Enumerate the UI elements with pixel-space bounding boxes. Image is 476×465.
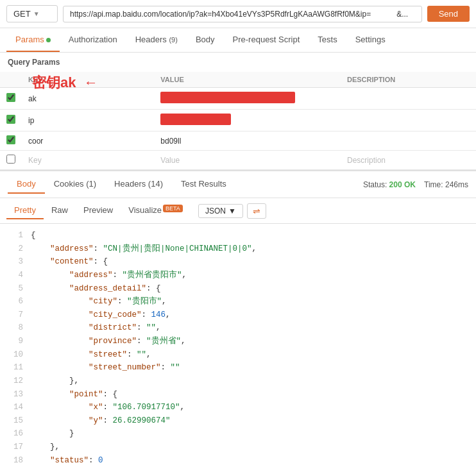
- json-line-18: 18 "status": 0: [10, 454, 466, 465]
- tab-prerequest[interactable]: Pre-request Script: [224, 28, 309, 52]
- json-response-area: 1 { 2 "address": "CN|贵州|贵阳|None|CHINANET…: [0, 224, 476, 465]
- param-row-coor: coor bd09ll: [0, 131, 476, 151]
- url-input[interactable]: [63, 6, 422, 22]
- value-placeholder[interactable]: Value: [154, 151, 341, 170]
- tab-params[interactable]: Params: [6, 28, 60, 52]
- value-ak[interactable]: [154, 88, 341, 110]
- wrap-button[interactable]: ⇌: [247, 203, 266, 219]
- query-params-title: Query Params: [0, 53, 476, 72]
- format-select[interactable]: JSON ▼: [198, 204, 243, 218]
- beta-badge: BETA: [163, 205, 183, 212]
- json-line-11: 11 "street_number": "": [10, 361, 466, 375]
- col-value: VALUE: [154, 72, 341, 88]
- desc-placeholder[interactable]: Description: [341, 151, 476, 170]
- rtab-testresults[interactable]: Test Results: [172, 175, 235, 194]
- col-key: KEY: [22, 72, 154, 88]
- json-line-16: 16 }: [10, 427, 466, 441]
- key-placeholder[interactable]: Key: [22, 151, 154, 170]
- method-arrow-icon: ▼: [33, 10, 40, 17]
- ak-redbar: [160, 92, 295, 103]
- json-line-2: 2 "address": "CN|贵州|贵阳|None|CHINANET|0|0…: [10, 242, 466, 256]
- rtab-cookies[interactable]: Cookies (1): [45, 175, 105, 194]
- desc-coor[interactable]: [341, 131, 476, 151]
- json-line-1: 1 {: [10, 229, 466, 242]
- view-tab-raw[interactable]: Raw: [44, 202, 76, 219]
- json-line-4: 4 "address": "贵州省贵阳市",: [10, 269, 466, 282]
- checkbox-placeholder[interactable]: [0, 151, 22, 170]
- params-table: KEY VALUE DESCRIPTION ak ip: [0, 72, 476, 170]
- send-button[interactable]: Send: [427, 6, 470, 22]
- json-line-17: 17 },: [10, 441, 466, 454]
- json-line-6: 6 "city": "贵阳市",: [10, 295, 466, 309]
- param-row-placeholder: Key Value Description: [0, 151, 476, 170]
- json-line-5: 5 "address_detail": {: [10, 282, 466, 296]
- view-tab-pretty[interactable]: Pretty: [6, 202, 44, 219]
- key-ak[interactable]: ak: [22, 88, 154, 110]
- method-label: GET: [13, 9, 31, 19]
- tab-body[interactable]: Body: [187, 28, 224, 52]
- ip-redbar: [160, 114, 231, 125]
- json-line-8: 8 "district": "",: [10, 321, 466, 335]
- tab-tests[interactable]: Tests: [309, 28, 346, 52]
- col-checkbox: [0, 72, 22, 88]
- tab-authorization[interactable]: Authorization: [60, 28, 126, 52]
- url-bar: GET ▼ Send: [0, 0, 476, 28]
- json-line-7: 7 "city_code": 146,: [10, 309, 466, 322]
- key-ip[interactable]: ip: [22, 110, 154, 131]
- json-line-14: 14 "x": "106.70917710",: [10, 401, 466, 414]
- checkbox-ak[interactable]: [0, 88, 22, 110]
- col-description: DESCRIPTION: [341, 72, 476, 88]
- json-line-10: 10 "street": "",: [10, 348, 466, 362]
- response-meta: Status: 200 OK Time: 246ms: [363, 180, 468, 189]
- request-tabs-bar: Params Authorization Headers (9) Body Pr…: [0, 28, 476, 53]
- method-select[interactable]: GET ▼: [6, 5, 58, 22]
- view-tab-preview[interactable]: Preview: [76, 202, 121, 219]
- rtab-body[interactable]: Body: [8, 175, 45, 194]
- params-dot: [46, 38, 51, 42]
- json-line-15: 15 "y": 26.62990674": [10, 414, 466, 428]
- value-ip[interactable]: [154, 110, 341, 131]
- view-tabs: Pretty Raw Preview VisualizeBETA JSON ▼ …: [0, 198, 476, 224]
- params-section: 密钥ak ← KEY VALUE DESCRIPTION ak ip: [0, 72, 476, 170]
- param-row-ip: ip: [0, 110, 476, 131]
- json-line-13: 13 "point": {: [10, 388, 466, 402]
- key-coor[interactable]: coor: [22, 131, 154, 151]
- view-tab-visualize[interactable]: VisualizeBETA: [121, 202, 191, 219]
- json-line-12: 12 },: [10, 375, 466, 388]
- desc-ip[interactable]: [341, 110, 476, 131]
- checkbox-ip[interactable]: [0, 110, 22, 131]
- rtab-headers[interactable]: Headers (14): [105, 175, 172, 194]
- checkbox-coor[interactable]: [0, 131, 22, 151]
- tab-settings[interactable]: Settings: [346, 28, 395, 52]
- json-line-3: 3 "content": {: [10, 255, 466, 269]
- param-row-ak: ak: [0, 88, 476, 110]
- format-arrow-icon: ▼: [228, 207, 236, 216]
- value-coor[interactable]: bd09ll: [154, 131, 341, 151]
- response-bar: Body Cookies (1) Headers (14) Test Resul…: [0, 170, 476, 198]
- tab-headers[interactable]: Headers (9): [126, 28, 187, 52]
- json-line-9: 9 "province": "贵州省",: [10, 335, 466, 348]
- desc-ak[interactable]: [341, 88, 476, 110]
